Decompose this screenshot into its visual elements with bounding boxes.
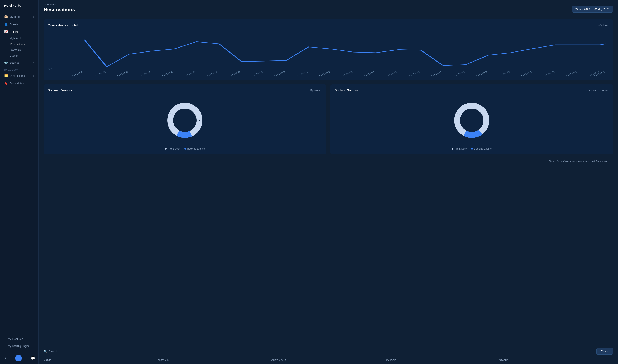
svg-text:2020-05-17: 2020-05-17 [425, 71, 444, 76]
search-container: 🔍 [44, 350, 91, 353]
sidebar-item-settings[interactable]: ⚙️ Settings › [0, 59, 38, 66]
svg-text:2020-05-01: 2020-05-01 [66, 71, 85, 76]
line-chart-svg: 2020-05-01 2020-05-02 2020-05-01 2020-05… [48, 30, 609, 76]
my-front-desk-label: My Front Desk [8, 338, 24, 340]
chevron-down-icon: › [33, 23, 34, 26]
table-col-status[interactable]: STATUS ⌄ [499, 359, 613, 362]
svg-text:2020-05-05: 2020-05-05 [156, 71, 175, 76]
booking-engine-icon: ↩ [4, 345, 6, 348]
chevron-down-icon: › [33, 61, 34, 64]
donut-left-legend: Front Desk Booking Engine [48, 147, 322, 150]
sort-name-icon: ⌄ [52, 359, 54, 362]
legend-item-front-desk-left: Front Desk [165, 147, 180, 150]
svg-text:2020-05-20: 2020-05-20 [493, 71, 511, 76]
sort-checkout-icon: ⌄ [287, 359, 289, 362]
svg-text:2020-05-16: 2020-05-16 [403, 71, 421, 76]
legend-item-front-desk-right: Front Desk [452, 147, 467, 150]
svg-text:2020-05-06: 2020-05-06 [179, 71, 197, 76]
donut-left-svg [164, 99, 206, 141]
svg-text:2020-05-18: 2020-05-18 [448, 71, 466, 76]
table-col-name[interactable]: NAME ⌄ [44, 359, 158, 362]
donut-right-header: Booking Sources By Projected Revenue [335, 89, 609, 92]
svg-text:2020-05-22: 2020-05-22 [538, 71, 556, 76]
date-range-button[interactable]: 22 Apr 2020 to 22 May 2020 [572, 6, 613, 13]
chevron-down-icon: › [33, 74, 34, 77]
sidebar-bottom: ⇄ U 💬 [0, 352, 38, 364]
sidebar-nav: 🏨 My Hotel › 👤 Guests › 📈 Reports ˅ Nigh… [0, 11, 38, 333]
reservations-line-chart-card: Reservations in Hotel By Volume 0 2020-0… [44, 19, 613, 80]
my-booking-engine-label: My Booking Engine [8, 345, 29, 348]
svg-text:2020-05-07: 2020-05-07 [201, 71, 219, 76]
transfer-icon[interactable]: ⇄ [3, 356, 6, 360]
svg-text:2020-05-13: 2020-05-13 [336, 71, 354, 76]
front-desk-label-right: Front Desk [455, 147, 467, 150]
svg-text:2020-05-14: 2020-05-14 [358, 71, 376, 76]
table-col-source[interactable]: SOURCE ⌄ [385, 359, 499, 362]
table-col-check-in[interactable]: CHECK IN ⌄ [158, 359, 271, 362]
front-desk-label-left: Front Desk [168, 147, 180, 150]
other-hotels-icon: 🗂️ [4, 74, 8, 77]
svg-point-28 [170, 106, 200, 135]
sidebar-footer: ↩ My Front Desk ↩ My Booking Engine [0, 333, 38, 352]
settings-icon: ⚙️ [4, 61, 8, 64]
avatar[interactable]: U [15, 355, 22, 362]
donut-charts-row: Booking Sources By Volume [44, 84, 613, 159]
svg-text:2020-05-09: 2020-05-09 [246, 71, 264, 76]
legend-item-booking-engine-left: Booking Engine [184, 147, 205, 150]
sort-status-icon: ⌄ [510, 359, 511, 362]
sidebar-item-reservations[interactable]: Reservations [0, 41, 38, 47]
sidebar-item-payments[interactable]: Payments [0, 47, 38, 53]
sidebar-item-reports-label: Reports [10, 30, 19, 33]
svg-text:2020-05-11: 2020-05-11 [291, 71, 309, 76]
reports-icon: 📈 [4, 30, 8, 33]
svg-text:2020-05-12: 2020-05-12 [313, 71, 332, 76]
donut-right-chart [335, 95, 609, 145]
y-axis-label: 0 [48, 65, 49, 68]
hotel-icon: 🏨 [4, 15, 8, 18]
booking-sources-volume-card: Booking Sources By Volume [44, 84, 326, 155]
main-content-area: REPORTS Reservations 22 Apr 2020 to 22 M… [39, 0, 618, 364]
booking-sources-revenue-card: Booking Sources By Projected Revenue Fro… [331, 84, 613, 155]
sidebar-item-subscription[interactable]: 🔖 Subscription [0, 79, 38, 87]
export-button[interactable]: Export [596, 348, 613, 355]
guests-icon: 👤 [4, 23, 8, 26]
front-desk-dot-left [165, 148, 167, 150]
svg-text:2020-05-08: 2020-05-08 [223, 71, 242, 76]
sidebar-item-guests-sub[interactable]: Guests [0, 53, 38, 59]
chart-footnote: * Figures in charts are rounded up to ne… [44, 159, 613, 164]
donut-right-title: Booking Sources [335, 89, 359, 92]
front-desk-dot-right [452, 148, 453, 150]
sidebar-item-night-audit[interactable]: Night Audit [0, 35, 38, 41]
sidebar-item-my-hotel-label: My Hotel [10, 15, 20, 18]
bottom-bar: 🔍 Export [39, 346, 618, 357]
donut-right-view-by: By Projected Revenue [584, 89, 609, 92]
svg-text:2020-05-10: 2020-05-10 [268, 71, 287, 76]
sidebar-item-guests[interactable]: 👤 Guests › [0, 20, 38, 28]
my-account-label: MY ACCOUNT [0, 66, 38, 72]
svg-text:2020-05-04: 2020-05-04 [134, 71, 152, 76]
donut-right-svg [451, 99, 493, 141]
donut-right-legend: Front Desk Booking Engine [335, 147, 609, 150]
table-col-check-out[interactable]: CHECK OUT ⌄ [271, 359, 385, 362]
sidebar-item-reports[interactable]: 📈 Reports ˅ [0, 28, 38, 35]
line-chart-header: Reservations in Hotel By Volume [48, 24, 609, 27]
donut-left-view-by: By Volume [310, 89, 322, 92]
sidebar-item-guests-label: Guests [10, 23, 18, 26]
sort-source-icon: ⌄ [397, 359, 399, 362]
my-front-desk-button[interactable]: ↩ My Front Desk [0, 336, 38, 342]
svg-text:2020-05-02: 2020-05-02 [48, 67, 52, 76]
sidebar-item-other-hotels[interactable]: 🗂️ Other Hotels › [0, 72, 38, 79]
sidebar-item-my-hotel[interactable]: 🏨 My Hotel › [0, 13, 38, 20]
subscription-icon: 🔖 [4, 81, 8, 85]
line-chart-view-by: By Volume [597, 24, 609, 27]
svg-text:2020-05-02: 2020-05-02 [89, 71, 107, 76]
table-header-row: NAME ⌄ CHECK IN ⌄ CHECK OUT ⌄ SOURCE ⌄ S… [39, 357, 618, 364]
chat-icon[interactable]: 💬 [31, 356, 35, 360]
search-icon: 🔍 [44, 350, 47, 353]
my-booking-engine-button[interactable]: ↩ My Booking Engine [0, 342, 38, 350]
svg-point-31 [457, 106, 486, 135]
donut-left-header: Booking Sources By Volume [48, 89, 322, 92]
search-input[interactable] [49, 350, 91, 353]
sort-checkin-icon: ⌄ [170, 359, 172, 362]
sidebar-item-subscription-label: Subscription [10, 82, 25, 85]
